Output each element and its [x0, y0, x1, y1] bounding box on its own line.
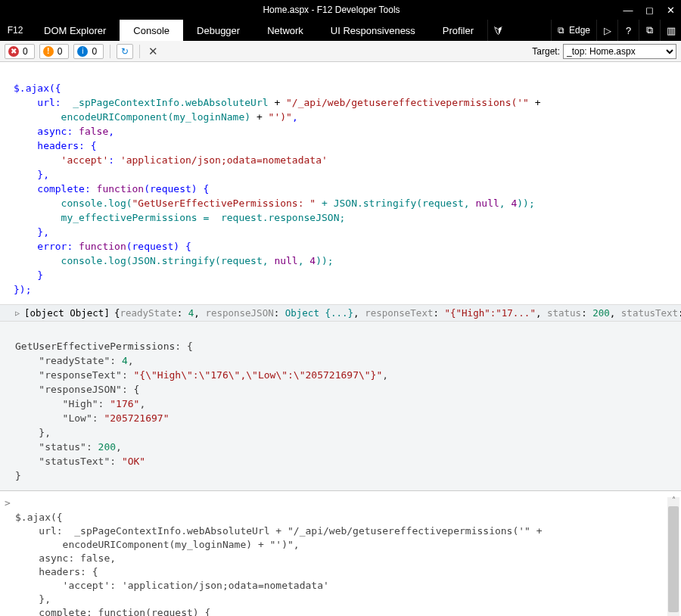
info-icon: i [77, 46, 88, 57]
warnings-badge[interactable]: ! 0 [39, 44, 70, 59]
target-label: Target: [532, 46, 560, 57]
minimize-button[interactable]: — [617, 0, 639, 20]
refresh-button[interactable]: ↻ [117, 44, 133, 59]
panel-icon[interactable]: ▥ [660, 20, 681, 41]
console-toolbar: ✖ 0 ! 0 i 0 ↻ ✕ Target: _top: Home.aspx [0, 41, 681, 62]
error-icon: ✖ [8, 46, 19, 57]
scroll-thumb[interactable] [668, 506, 679, 612]
edge-label: Edge [569, 25, 590, 36]
menu-debugger[interactable]: Debugger [183, 20, 253, 41]
menu-f12[interactable]: F12 [0, 20, 30, 41]
menu-ui-responsiveness[interactable]: UI Responsiveness [317, 20, 429, 41]
menu-dom-explorer[interactable]: DOM Explorer [30, 20, 120, 41]
close-button[interactable]: ✕ [660, 0, 681, 20]
warning-icon: ! [43, 46, 54, 57]
window-title: Home.aspx - F12 Developer Tools [45, 5, 617, 15]
target-selector: Target: _top: Home.aspx [532, 44, 676, 59]
target-dropdown[interactable]: _top: Home.aspx [563, 44, 676, 59]
errors-count: 0 [23, 46, 28, 57]
device-icon: ⧉ [558, 25, 564, 36]
clear-button[interactable]: ✕ [146, 45, 160, 58]
warnings-count: 0 [58, 46, 63, 57]
prompt-icon: > [5, 497, 11, 509]
console-input[interactable]: $.ajax({ url: _spPageContextInfo.webAbso… [0, 491, 681, 616]
scrollbar[interactable]: ˄ ˅ [667, 497, 679, 616]
dock-icon[interactable]: ⧉ [639, 20, 660, 41]
expand-icon[interactable]: ▷ [15, 309, 20, 317]
maximize-button[interactable]: ◻ [639, 0, 660, 20]
info-count: 0 [92, 46, 97, 57]
menu-profiler[interactable]: Profiler [429, 20, 487, 41]
emulation-edge[interactable]: ⧉ Edge [551, 20, 596, 41]
menu-network[interactable]: Network [253, 20, 317, 41]
console-output-body: GetUserEffectivePermissions: { "readySta… [0, 322, 681, 491]
scroll-up-icon[interactable]: ˄ [672, 496, 676, 504]
refresh-icon: ↻ [121, 46, 129, 57]
help-icon[interactable]: ? [617, 20, 639, 41]
info-badge[interactable]: i 0 [73, 44, 104, 59]
errors-badge[interactable]: ✖ 0 [5, 44, 35, 59]
console-history: $.ajax({ url: _spPageContextInfo.webAbso… [0, 62, 681, 304]
console-output-summary[interactable]: ▷ [object Object] {readyState: 4, respon… [0, 304, 681, 322]
run-script-icon[interactable]: ▷ [596, 20, 617, 41]
console-input-wrap: > $.ajax({ url: _spPageContextInfo.webAb… [0, 491, 681, 616]
menu-overflow-icon[interactable]: ⮛ [487, 20, 508, 41]
menu-bar: F12 DOM Explorer Console Debugger Networ… [0, 20, 681, 41]
output-object: [object Object] [24, 307, 110, 319]
menu-console[interactable]: Console [120, 20, 183, 41]
title-bar: Home.aspx - F12 Developer Tools — ◻ ✕ [0, 0, 681, 20]
